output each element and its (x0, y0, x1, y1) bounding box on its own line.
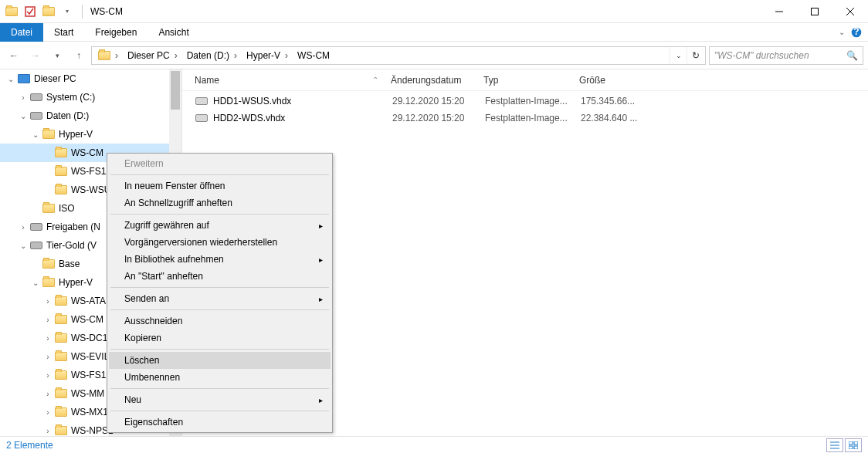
svg-rect-0 (25, 7, 35, 16)
close-button[interactable] (832, 0, 868, 23)
navigation-bar: ← → ▾ ↑ › Dieser PC› Daten (D:)› Hyper-V… (0, 42, 868, 69)
tree-item-label: System (C:) (46, 92, 95, 103)
file-row[interactable]: HDD1-WSUS.vhdx29.12.2020 15:20Festplatte… (182, 93, 868, 110)
expand-toggle-icon[interactable]: › (42, 371, 54, 380)
expand-toggle-icon[interactable]: › (42, 427, 54, 435)
drive-icon (29, 110, 43, 122)
tree-item-label: WS-FS1 (71, 370, 106, 380)
menu-item-label: An "Start" anheften (124, 271, 203, 282)
menu-item-label: An Schnellzugriff anheften (124, 198, 232, 208)
menu-item[interactable]: Eigenschaften (109, 414, 331, 431)
view-icons-button[interactable] (845, 438, 862, 452)
menu-item[interactable]: Löschen (109, 352, 331, 369)
menu-item[interactable]: An "Start" anheften (109, 268, 331, 285)
menu-item[interactable]: Senden an▸ (109, 290, 331, 307)
expand-toggle-icon[interactable]: › (17, 223, 29, 232)
tree-item-label: ISO (59, 203, 75, 214)
file-date: 29.12.2020 15:20 (392, 113, 485, 123)
recent-locations-button[interactable]: ▾ (48, 46, 66, 65)
up-button[interactable]: ↑ (70, 46, 88, 65)
svg-text:?: ? (853, 27, 859, 37)
menu-separator (110, 349, 329, 350)
expand-toggle-icon[interactable]: ⌄ (17, 112, 29, 120)
column-header-type[interactable]: Typ (477, 75, 573, 86)
folder-icon (42, 202, 56, 215)
expand-toggle-icon[interactable]: › (42, 334, 54, 343)
svg-rect-11 (854, 441, 858, 445)
tree-item-label: Freigaben (N (46, 221, 100, 232)
column-header-name[interactable]: Name⌃ (188, 75, 385, 86)
title-bar: ▾ WS-CM (0, 0, 868, 23)
expand-toggle-icon[interactable]: › (42, 353, 54, 361)
refresh-button[interactable]: ↻ (687, 47, 704, 64)
address-bar[interactable]: › Dieser PC› Daten (D:)› Hyper-V› WS-CM … (91, 46, 706, 65)
breadcrumb-item[interactable]: Hyper-V› (242, 47, 293, 64)
tree-item-label: WS-WSU (71, 184, 110, 195)
search-input[interactable]: "WS-CM" durchsuchen 🔍 (709, 46, 863, 65)
folder-icon (54, 387, 68, 400)
forward-button[interactable]: → (26, 46, 45, 65)
expand-toggle-icon[interactable]: › (42, 297, 54, 306)
menu-item[interactable]: Vorgängerversionen wiederherstellen (109, 234, 331, 251)
expand-toggle-icon[interactable]: ⌄ (29, 279, 42, 287)
ribbon-expand-icon[interactable]: ⌄ (839, 28, 845, 36)
expand-toggle-icon[interactable]: › (42, 316, 54, 324)
expand-toggle-icon[interactable]: ⌄ (17, 242, 29, 250)
folder-icon (54, 424, 68, 436)
breadcrumb-item[interactable]: WS-CM (293, 47, 334, 64)
sort-indicator-icon: ⌃ (372, 76, 378, 84)
help-icon[interactable]: ? (851, 27, 862, 38)
expand-toggle-icon[interactable]: ⌄ (29, 130, 42, 139)
expand-toggle-icon[interactable]: › (17, 93, 29, 102)
ribbon-tab-freigeben[interactable]: Freigeben (84, 23, 147, 42)
menu-item[interactable]: Kopieren (109, 330, 331, 347)
disk-icon (195, 96, 209, 106)
scroll-thumb[interactable] (171, 71, 180, 110)
ribbon-tab-start[interactable]: Start (43, 23, 84, 42)
tree-item[interactable]: ›System (C:) (0, 88, 181, 106)
qat-dropdown-icon[interactable]: ▾ (59, 3, 76, 20)
menu-item[interactable]: Ausschneiden (109, 313, 331, 330)
status-bar: 2 Elemente (0, 436, 868, 453)
maximize-button[interactable] (797, 0, 832, 23)
breadcrumb-item[interactable]: Daten (D:)› (182, 47, 242, 64)
back-button[interactable]: ← (5, 46, 23, 65)
menu-item-label: Senden an (124, 293, 169, 304)
drive-icon (29, 239, 43, 252)
net-icon (29, 221, 43, 233)
address-dropdown-icon[interactable]: ⌄ (670, 47, 687, 64)
tree-item[interactable]: ⌄Daten (D:) (0, 106, 181, 125)
menu-item[interactable]: Neu▸ (109, 391, 331, 408)
menu-item[interactable]: In Bibliothek aufnehmen▸ (109, 251, 331, 268)
submenu-arrow-icon: ▸ (319, 221, 323, 230)
tree-item[interactable]: ⌄Dieser PC (0, 69, 181, 88)
view-details-button[interactable] (826, 438, 843, 452)
tree-item-label: Tier-Gold (V (46, 240, 97, 251)
qat-properties-icon[interactable] (22, 3, 39, 20)
menu-item[interactable]: Umbenennen (109, 369, 331, 386)
search-icon: 🔍 (846, 50, 858, 61)
column-header-size[interactable]: Größe (573, 75, 650, 86)
menu-separator (110, 174, 329, 175)
qat-newfolder-icon[interactable] (40, 3, 57, 20)
expand-toggle-icon[interactable]: › (42, 408, 54, 417)
expand-toggle-icon[interactable]: ⌄ (5, 75, 17, 83)
column-header-date[interactable]: Änderungsdatum (385, 75, 477, 86)
ribbon-tab-ansicht[interactable]: Ansicht (147, 23, 199, 42)
tree-item[interactable]: ⌄Hyper-V (0, 125, 181, 144)
submenu-arrow-icon: ▸ (319, 396, 323, 404)
svg-rect-13 (854, 446, 858, 449)
file-row[interactable]: HDD2-WDS.vhdx29.12.2020 15:20Festplatten… (182, 110, 868, 127)
breadcrumb-label: Dieser PC (127, 50, 170, 61)
minimize-button[interactable] (761, 0, 797, 23)
breadcrumb-item[interactable]: Dieser PC› (123, 47, 182, 64)
menu-item[interactable]: An Schnellzugriff anheften (109, 194, 331, 211)
breadcrumb-root-icon[interactable]: › (93, 47, 123, 64)
ribbon-tab-datei[interactable]: Datei (0, 23, 43, 42)
menu-item[interactable]: Zugriff gewähren auf▸ (109, 217, 331, 234)
tree-item-label: WS-DC1 (71, 333, 107, 343)
menu-separator (110, 388, 329, 389)
expand-toggle-icon[interactable]: › (42, 390, 54, 398)
menu-item[interactable]: In neuem Fenster öffnen (109, 177, 331, 194)
menu-item-label: Ausschneiden (124, 316, 182, 326)
